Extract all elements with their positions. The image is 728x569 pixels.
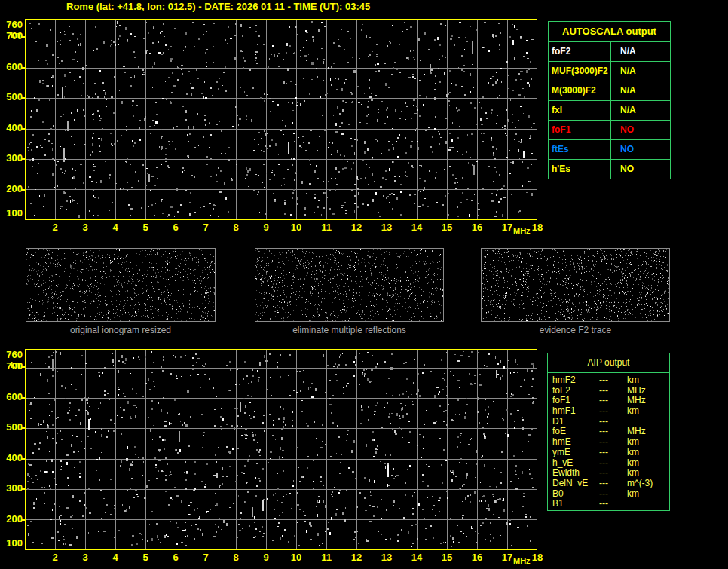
aip-row-unit: km — [627, 375, 639, 386]
x-axis-label: 12 — [347, 552, 366, 563]
aip-row: foF1---MHz — [548, 396, 669, 406]
y-axis-label: 700 — [0, 361, 23, 372]
y-axis-tickmark — [22, 67, 25, 69]
autoscala-app-window: Rome (lat: +41.8, lon: 012.5) - DATE: 20… — [0, 0, 728, 569]
x-axis-label: 11 — [317, 552, 336, 563]
x-axis-unit-label: MHz — [513, 556, 531, 567]
aip-row-label: foF1 — [548, 396, 599, 406]
aip-row-value: --- — [599, 396, 627, 406]
panel-eliminate-canvas — [255, 249, 443, 321]
y-axis-label: 200 — [0, 514, 23, 525]
aip-row: h_vE---km — [548, 458, 669, 469]
autoscala-output-table: AUTOSCALA output foF2N/AMUF(3000)F2N/AM(… — [548, 21, 671, 179]
aip-row-label: B1 — [548, 499, 599, 509]
aip-row-value: --- — [599, 417, 627, 427]
autoscala-row: h'EsNO — [549, 160, 670, 179]
x-axis-unit-label: MHz — [513, 226, 531, 237]
panel-caption-eliminate: eliminate multiple reflections — [255, 325, 444, 335]
aip-row-value: --- — [599, 448, 627, 458]
aip-row-unit: km — [627, 448, 639, 458]
x-axis-label: 14 — [407, 222, 427, 233]
station-date-title: Rome (lat: +41.8, lon: 012.5) - DATE: 20… — [66, 1, 370, 12]
ionogram-plot-restored — [25, 349, 537, 550]
aip-row-unit: km — [627, 437, 639, 448]
aip-row-unit: km — [627, 489, 639, 500]
aip-row-value: --- — [599, 386, 627, 396]
aip-row-value: --- — [599, 437, 627, 448]
aip-row-value: --- — [599, 427, 627, 437]
y-axis-tickmark — [22, 427, 25, 429]
x-axis-label: 13 — [377, 552, 396, 563]
x-axis-label: 8 — [226, 222, 246, 233]
x-axis-label: 6 — [166, 222, 185, 233]
panel-eliminate-reflections — [255, 248, 444, 322]
aip-row: DelN_vE---m^(-3) — [548, 479, 669, 489]
x-axis-label: 4 — [106, 552, 125, 563]
aip-row: foE---MHz — [548, 427, 669, 437]
y-axis-label: 760 — [0, 350, 23, 360]
y-axis-label: 760 — [0, 20, 23, 30]
autoscala-row-value: N/A — [611, 62, 636, 81]
aip-row: B1--- — [548, 499, 669, 509]
aip-row: B0---km — [548, 489, 669, 500]
aip-row-unit: MHz — [627, 396, 646, 406]
aip-row: Ewidth---km — [548, 468, 669, 479]
y-axis-label: 700 — [0, 31, 23, 41]
aip-row-label: h_vE — [548, 458, 599, 469]
y-axis-label: 100 — [0, 538, 23, 549]
x-axis-label: 9 — [256, 222, 276, 233]
aip-row-unit: MHz — [627, 386, 646, 396]
y-axis-label: 100 — [0, 208, 23, 219]
autoscala-row-label: ftEs — [549, 140, 611, 159]
autoscala-row-label: foF2 — [549, 42, 611, 61]
aip-row-value: --- — [599, 468, 627, 479]
aip-row: foF2---MHz — [548, 386, 669, 396]
x-axis-label: 9 — [256, 552, 276, 563]
aip-row-label: D1 — [548, 417, 599, 427]
x-axis-label: 14 — [407, 552, 427, 563]
autoscala-table-header: AUTOSCALA output — [549, 22, 670, 42]
aip-row-unit: MHz — [627, 427, 646, 437]
y-axis-label: 400 — [0, 123, 23, 133]
y-axis-tickmark — [22, 158, 25, 160]
aip-table-rows: hmF2---kmfoF2---MHzfoF1---MHzhmF1---kmD1… — [548, 373, 669, 509]
aip-row-label: foE — [548, 427, 599, 437]
x-axis-label: 15 — [437, 552, 457, 563]
aip-row-unit: m^(-3) — [627, 479, 653, 489]
autoscala-row-value: N/A — [611, 81, 636, 100]
y-axis-tickmark — [22, 97, 25, 99]
y-axis-tickmark — [22, 397, 25, 399]
aip-row: hmF2---km — [548, 375, 669, 386]
autoscala-row-value: NO — [611, 140, 634, 159]
y-axis-tickmark — [22, 366, 25, 368]
autoscala-row-value: N/A — [611, 42, 636, 61]
y-axis-tickmark — [22, 36, 25, 38]
aip-row: hmE---km — [548, 437, 669, 448]
y-axis-label: 600 — [0, 62, 23, 72]
x-axis-label: 3 — [75, 222, 95, 233]
autoscala-row-label: M(3000)F2 — [549, 81, 611, 100]
aip-row-value: --- — [599, 458, 627, 469]
autoscala-row: M(3000)F2N/A — [549, 81, 670, 101]
aip-row-value: --- — [599, 375, 627, 386]
y-axis-tickmark — [22, 458, 25, 460]
aip-output-table: AIP output hmF2---kmfoF2---MHzfoF1---MHz… — [547, 353, 670, 511]
aip-row-unit: km — [627, 458, 639, 469]
x-axis-label: 10 — [286, 222, 306, 233]
autoscala-row-label: MUF(3000)F2 — [549, 62, 611, 81]
panel-caption-evidence: evidence F2 trace — [481, 325, 670, 335]
x-axis-label: 3 — [75, 552, 95, 563]
y-axis-label: 200 — [0, 184, 23, 194]
aip-row: ymE---km — [548, 448, 669, 458]
x-axis-label: 15 — [437, 222, 457, 233]
autoscala-table-rows: foF2N/AMUF(3000)F2N/AM(3000)F2N/AfxIN/Af… — [549, 42, 670, 179]
x-axis-label: 2 — [45, 222, 65, 233]
aip-row-label: ymE — [548, 448, 599, 458]
x-axis-label: 11 — [317, 222, 336, 233]
aip-row-unit: km — [627, 468, 639, 479]
x-axis-label: 7 — [196, 552, 216, 563]
autoscala-row-value: NO — [611, 121, 634, 139]
aip-row-value: --- — [599, 479, 627, 489]
autoscala-row: fxIN/A — [549, 101, 670, 121]
autoscala-row: foF2N/A — [549, 42, 670, 62]
